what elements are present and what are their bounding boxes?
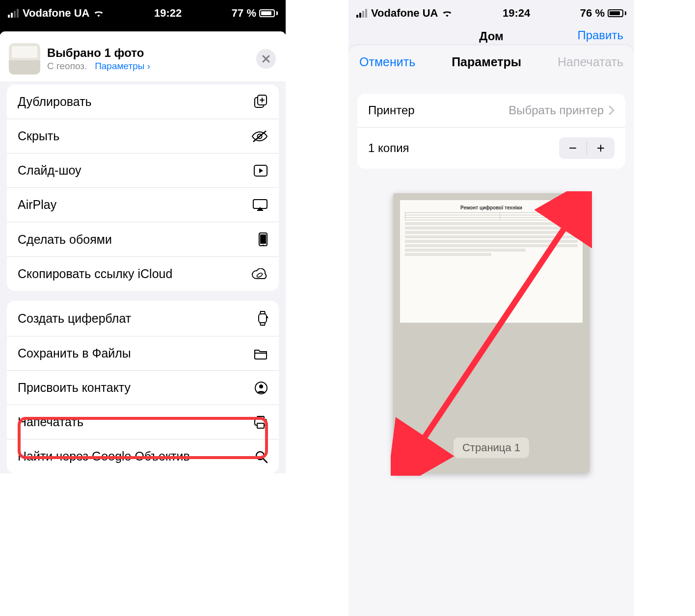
action-label: Создать циферблат bbox=[18, 311, 131, 326]
stepper-plus[interactable]: + bbox=[587, 137, 615, 159]
svg-point-14 bbox=[259, 385, 263, 388]
copies-stepper: − + bbox=[559, 137, 615, 159]
search-icon bbox=[251, 450, 268, 463]
action-slideshow[interactable]: Слайд-шоу bbox=[7, 154, 279, 188]
action-icloud-link[interactable]: Скопировать ссылку iCloud bbox=[7, 257, 279, 291]
share-options-link[interactable]: Параметры › bbox=[95, 61, 150, 71]
folder-icon bbox=[251, 348, 268, 359]
printer-row[interactable]: Принтер Выбрать принтер bbox=[357, 94, 625, 128]
contact-icon bbox=[251, 381, 268, 395]
action-label: Сделать обоями bbox=[18, 232, 112, 247]
signal-icon bbox=[8, 9, 19, 18]
svg-point-8 bbox=[263, 245, 264, 246]
copies-label: 1 копия bbox=[368, 141, 409, 155]
status-bar: Vodafone UA 19:22 77 % bbox=[0, 0, 286, 26]
action-group-2: Создать циферблат Сохранить в Файлы Прис… bbox=[7, 301, 279, 473]
copies-row: 1 копия − + bbox=[357, 128, 625, 169]
battery-icon bbox=[608, 9, 626, 17]
print-options-screen: Vodafone UA 19:24 76 % Дом Править Отмен… bbox=[348, 0, 634, 616]
share-sheet-screen: Vodafone UA 19:22 77 % Выбрано 1 фото С … bbox=[0, 0, 286, 616]
print-button[interactable]: Напечатать bbox=[558, 55, 623, 69]
signal-icon bbox=[356, 9, 367, 18]
action-assign-contact[interactable]: Присвоить контакту bbox=[7, 371, 279, 405]
print-sheet: Отменить Параметры Напечатать Принтер Вы… bbox=[348, 45, 634, 616]
action-label: Дублировать bbox=[18, 95, 92, 109]
close-icon bbox=[262, 54, 270, 63]
duplicate-icon bbox=[251, 94, 268, 109]
hide-icon bbox=[251, 130, 268, 143]
action-airplay[interactable]: AirPlay bbox=[7, 188, 279, 222]
action-label: Напечатать bbox=[18, 415, 83, 429]
action-label: AirPlay bbox=[18, 198, 56, 212]
sheet-title: Параметры bbox=[452, 55, 521, 69]
action-label: Сохранить в Файлы bbox=[18, 346, 131, 360]
svg-rect-17 bbox=[257, 423, 264, 428]
share-title: Выбрано 1 фото bbox=[47, 46, 150, 60]
svg-rect-10 bbox=[259, 314, 267, 323]
chevron-right-icon bbox=[609, 105, 615, 115]
action-label: Найти через Google Объектив bbox=[18, 449, 190, 463]
play-icon bbox=[251, 164, 268, 177]
printer-value: Выбрать принтер bbox=[508, 103, 604, 117]
photo-thumbnail[interactable] bbox=[9, 43, 40, 75]
wifi-icon bbox=[93, 9, 104, 17]
action-label: Присвоить контакту bbox=[18, 381, 131, 395]
action-group-1: Дублировать Скрыть Слайд-шоу AirPlay bbox=[7, 84, 279, 291]
svg-point-18 bbox=[264, 420, 266, 422]
action-label: Скрыть bbox=[18, 129, 59, 143]
action-watchface[interactable]: Создать циферблат bbox=[7, 301, 279, 336]
document-content: Ремонт цифрової техніки bbox=[400, 200, 583, 323]
action-hide[interactable]: Скрыть bbox=[7, 119, 279, 154]
printer-label: Принтер bbox=[368, 103, 415, 117]
watch-icon bbox=[251, 310, 268, 326]
share-header: Выбрано 1 фото С геопоз. Параметры › bbox=[0, 36, 286, 81]
carrier-label: Vodafone UA bbox=[371, 7, 438, 20]
clock-label: 19:24 bbox=[503, 7, 530, 20]
cloud-link-icon bbox=[251, 268, 268, 280]
share-subtitle-prefix: С геопоз. bbox=[47, 61, 87, 71]
action-duplicate[interactable]: Дублировать bbox=[7, 84, 279, 119]
sheet-navbar: Отменить Параметры Напечатать bbox=[348, 45, 634, 79]
stepper-minus[interactable]: − bbox=[559, 137, 587, 159]
status-bar: Vodafone UA 19:24 76 % bbox=[348, 0, 634, 26]
svg-point-9 bbox=[256, 272, 263, 278]
battery-icon bbox=[259, 9, 278, 17]
wifi-icon bbox=[442, 9, 453, 17]
svg-rect-7 bbox=[260, 234, 266, 244]
action-wallpaper[interactable]: Сделать обоями bbox=[7, 222, 279, 257]
clock-label: 19:22 bbox=[154, 7, 182, 20]
action-label: Слайд-шоу bbox=[18, 163, 81, 178]
carrier-label: Vodafone UA bbox=[23, 7, 89, 20]
preview-page[interactable]: Ремонт цифрової техніки Страница 1 bbox=[393, 193, 589, 473]
cancel-button[interactable]: Отменить bbox=[359, 55, 415, 69]
print-settings-group: Принтер Выбрать принтер 1 копия − + bbox=[357, 94, 625, 169]
airplay-icon bbox=[251, 199, 268, 211]
battery-percent-label: 76 % bbox=[580, 7, 605, 20]
background-edit-button[interactable]: Править bbox=[577, 28, 623, 42]
svg-rect-11 bbox=[267, 316, 268, 318]
action-save-files[interactable]: Сохранить в Файлы bbox=[7, 336, 279, 371]
print-preview[interactable]: Ремонт цифрової техніки Страница 1 bbox=[348, 193, 634, 473]
action-label: Скопировать ссылку iCloud bbox=[18, 267, 172, 281]
printer-icon bbox=[251, 415, 268, 429]
action-print[interactable]: Напечатать bbox=[7, 405, 279, 439]
page-number-badge: Страница 1 bbox=[454, 437, 529, 458]
battery-percent-label: 77 % bbox=[232, 7, 256, 20]
action-google-lens[interactable]: Найти через Google Объектив bbox=[7, 439, 279, 473]
close-button[interactable] bbox=[256, 49, 276, 69]
svg-line-3 bbox=[253, 131, 266, 142]
svg-line-20 bbox=[263, 459, 267, 462]
phone-icon bbox=[251, 232, 268, 247]
